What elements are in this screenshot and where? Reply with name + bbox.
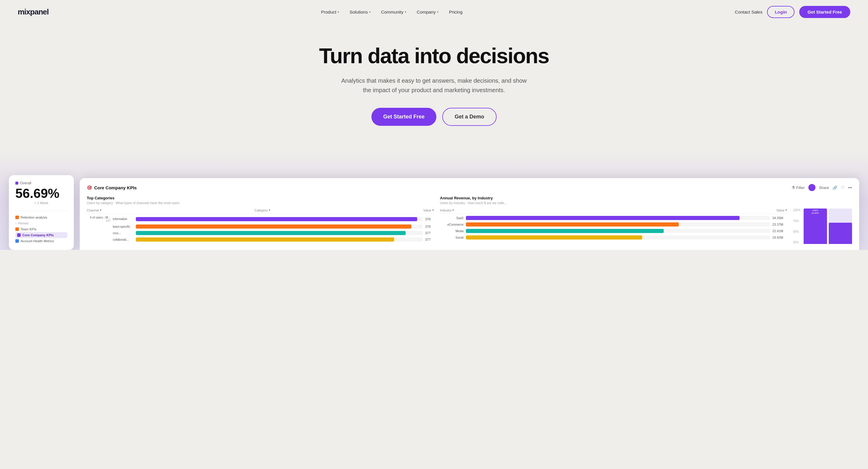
pinned-header: › Pinned — [16, 220, 67, 226]
contact-sales-link[interactable]: Contact Sales — [735, 9, 762, 14]
table-row: cros... 377 — [87, 231, 434, 235]
dashboard-main-panel: 🎯 Core Company KPIs ⚗ Filter Share 🔗 ♡ •… — [80, 178, 859, 250]
dashboard-actions: ⚗ Filter Share 🔗 ♡ ••• — [792, 184, 852, 191]
hero-get-started-button[interactable]: Get Started Free — [371, 108, 436, 126]
table-row: eCommerce 23.37M — [440, 223, 787, 227]
sidebar-item[interactable]: Account Health Metrics — [16, 238, 67, 244]
hero-subheadline: Analytics that makes it easy to get answ… — [340, 76, 528, 95]
col-header-category: Category ▾ — [254, 208, 271, 212]
sort-icon: ▾ — [785, 208, 787, 212]
sort-icon: ▾ — [100, 208, 101, 212]
chevron-down-icon: ▾ — [369, 10, 371, 13]
nav-item-solutions[interactable]: Solutions ▾ — [345, 7, 375, 17]
chart-bars: 100%34.85K — [804, 208, 852, 244]
dashboard-columns: Top Categories Users by category · What … — [87, 196, 852, 244]
sort-icon: ▾ — [432, 208, 434, 212]
purple-dot — [16, 182, 18, 184]
dashboard-preview: Overall 56.69% < 1 Week Retention analys… — [0, 149, 868, 250]
table-row: # of users - M... 24K informative 378 — [87, 216, 434, 222]
navbar: mixpanel Product ▾ Solutions ▾ Community… — [0, 0, 868, 24]
logo[interactable]: mixpanel — [18, 7, 49, 17]
top-categories-section: Top Categories Users by category · What … — [87, 196, 434, 244]
sidebar-item-active[interactable]: Core Company KPIs — [16, 232, 67, 238]
nav-actions: Contact Sales Login Get Started Free — [735, 6, 850, 18]
hero-headline: Turn data into decisions — [301, 44, 567, 68]
filter-icon: ⚗ — [792, 185, 795, 190]
login-button[interactable]: Login — [767, 6, 795, 18]
chart-bar-1: 100%34.85K — [804, 208, 827, 244]
filter-action[interactable]: ⚗ Filter — [792, 185, 805, 190]
col-header-value: Value ▾ — [423, 208, 434, 212]
dashboard-emoji: 🎯 — [87, 185, 92, 190]
dashboard-header: 🎯 Core Company KPIs ⚗ Filter Share 🔗 ♡ •… — [87, 184, 852, 191]
chart-bar-2 — [829, 208, 852, 244]
table-row: Media 22.41M — [440, 229, 787, 233]
annual-revenue-section: Annual Revenue, by Industry Users by ind… — [440, 196, 787, 244]
icon — [16, 239, 19, 243]
col-headers: Channel ▾ Category ▾ Value ▾ — [87, 208, 434, 213]
big-metric: 56.69% — [16, 187, 67, 200]
more-action[interactable]: ••• — [848, 185, 852, 190]
table-row: Social 19.92M — [440, 235, 787, 239]
chevron-down-icon: ▾ — [437, 10, 438, 13]
avatar — [808, 184, 815, 191]
sort-icon: ▾ — [452, 208, 454, 212]
chevron-down-icon: ▾ — [337, 10, 339, 13]
nav-item-community[interactable]: Community ▾ — [377, 7, 410, 17]
table-row: SaaS 34.35M — [440, 216, 787, 220]
icon — [16, 227, 19, 231]
nav-item-company[interactable]: Company ▾ — [413, 7, 442, 17]
heart-action[interactable]: ♡ — [841, 185, 844, 190]
sidebar-items: Retention analysis › Pinned Team KPIs Co… — [16, 211, 67, 244]
col-headers: Industry ▾ Value ▾ — [440, 208, 787, 213]
col-header-industry: Industry ▾ — [440, 208, 454, 212]
share-action[interactable]: Share — [819, 185, 829, 190]
hero-section: Turn data into decisions Analytics that … — [0, 24, 868, 126]
chart-y-labels: 100% 75% 50% 25% — [793, 208, 802, 244]
get-started-nav-button[interactable]: Get Started Free — [799, 6, 850, 18]
nav-item-pricing[interactable]: Pricing — [445, 7, 467, 17]
nav-links: Product ▾ Solutions ▾ Community ▾ Compan… — [317, 7, 466, 17]
table-row: collaborati... 377 — [87, 237, 434, 242]
nav-item-product[interactable]: Product ▾ — [317, 7, 343, 17]
dashboard-title: 🎯 Core Company KPIs — [87, 185, 137, 190]
chevron-icon: › — [16, 222, 17, 225]
col-header-value: Value ▾ — [776, 208, 787, 212]
icon — [17, 233, 21, 237]
metric-sub-label: < 1 Week — [16, 201, 67, 205]
link-action[interactable]: 🔗 — [833, 185, 837, 190]
hero-buttons: Get Started Free Get a Demo — [6, 108, 862, 126]
sidebar-item[interactable]: Team KPIs — [16, 226, 67, 232]
sort-icon: ▾ — [269, 208, 271, 212]
card-label: Overall — [16, 181, 67, 185]
chevron-down-icon: ▾ — [405, 10, 406, 13]
sidebar-item[interactable]: Retention analysis — [16, 214, 67, 220]
bar-chart-section: 100% 75% 50% 25% 100%34.85K — [793, 196, 852, 244]
floating-stats-card: Overall 56.69% < 1 Week Retention analys… — [9, 175, 74, 250]
hero-get-demo-button[interactable]: Get a Demo — [442, 108, 497, 126]
table-row: team-specific 378 — [87, 225, 434, 229]
col-header-channel: Channel ▾ — [87, 208, 101, 212]
icon — [16, 215, 19, 219]
